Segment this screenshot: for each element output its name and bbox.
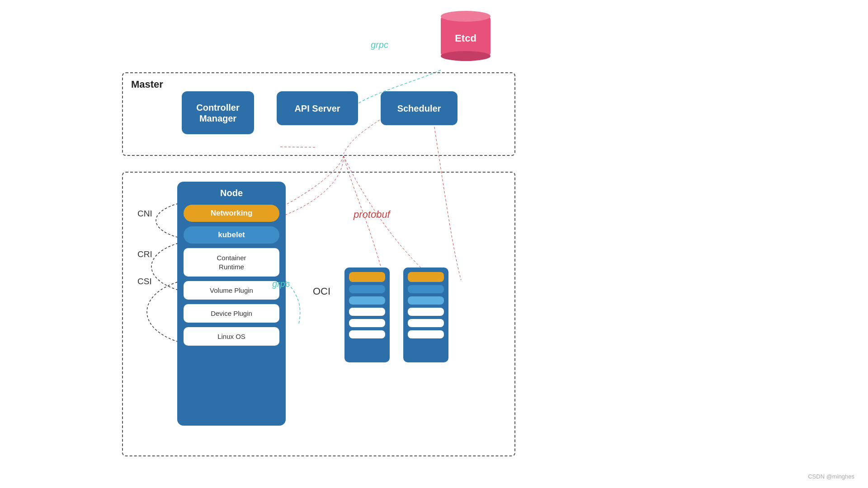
node-title: Node: [220, 188, 243, 198]
mini-node-2-white-3: [408, 330, 444, 338]
master-label: Master: [131, 79, 163, 90]
mini-node-1-white-3: [349, 330, 385, 338]
mini-node-1-white-2: [349, 319, 385, 327]
volume-plugin-component: Volume Plugin: [184, 281, 279, 300]
master-box: Master Controller Manager API Server Sch…: [122, 72, 515, 156]
cri-label: CRI: [137, 249, 152, 259]
cni-label: CNI: [137, 209, 152, 219]
networking-component: Networking: [184, 205, 279, 222]
device-plugin-label: Device Plugin: [211, 310, 252, 317]
grpc-top-label: grpc: [371, 40, 388, 50]
container-runtime-label: Container Runtime: [217, 254, 246, 271]
mini-node-2-blue-dark: [408, 285, 444, 293]
linux-os-label: Linux OS: [217, 333, 245, 340]
scheduler-btn: Scheduler: [381, 91, 458, 125]
mini-node-1-blue-dark: [349, 285, 385, 293]
etcd-label: Etcd: [455, 33, 476, 44]
node-outer-box: CNI CRI CSI Node Networking kubelet Cont…: [122, 172, 515, 456]
controller-manager-btn: Controller Manager: [182, 91, 254, 134]
mini-node-1-orange: [349, 272, 385, 282]
kubelet-label: kubelet: [218, 230, 245, 239]
mini-node-1-white-1: [349, 308, 385, 316]
csi-label: CSI: [137, 277, 152, 286]
mini-node-1: [344, 267, 390, 362]
networking-label: Networking: [211, 209, 253, 217]
mini-node-2-blue-med: [408, 296, 444, 305]
mini-node-2-white-1: [408, 308, 444, 316]
linux-os-component: Linux OS: [184, 327, 279, 346]
volume-plugin-label: Volume Plugin: [210, 286, 253, 294]
mini-node-1-blue-med: [349, 296, 385, 305]
grpc-bottom-label: grpc: [272, 279, 290, 289]
scheduler-label: Scheduler: [397, 103, 441, 114]
kubelet-component: kubelet: [184, 226, 279, 244]
diagram-container: Etcd grpc Master Controller Manager API …: [0, 0, 868, 488]
api-server-label: API Server: [294, 103, 340, 114]
mini-node-2-orange: [408, 272, 444, 282]
device-plugin-component: Device Plugin: [184, 304, 279, 323]
etcd-component: Etcd: [439, 16, 493, 70]
oci-label: OCI: [313, 286, 330, 297]
api-server-btn: API Server: [277, 91, 358, 125]
node-inner-box: Node Networking kubelet Container Runtim…: [177, 182, 286, 426]
controller-manager-label: Controller Manager: [196, 102, 240, 124]
mini-node-2-white-2: [408, 319, 444, 327]
watermark: CSDN @minghes: [808, 473, 854, 480]
protobuf-label: protobuf: [354, 209, 390, 221]
container-runtime-component: Container Runtime: [184, 248, 279, 277]
mini-node-2: [403, 267, 448, 362]
